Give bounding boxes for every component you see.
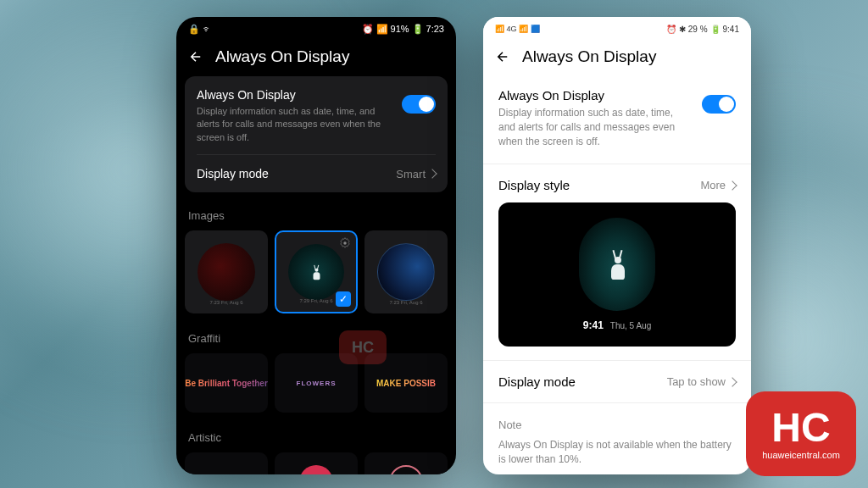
graffiti-tile-1[interactable]: Be Brilliant Together	[185, 353, 268, 413]
graffiti-section-label: Graffiti	[185, 327, 448, 353]
display-style-row[interactable]: Display style More	[498, 168, 736, 202]
signal-icon: 📶	[376, 24, 388, 35]
chevron-right-icon	[427, 169, 437, 179]
battery-icon-light: 🔋	[710, 25, 721, 34]
image-tile-2-selected[interactable]: 7:29 Fri, Aug 6 ✓	[275, 230, 358, 313]
display-mode-value-light: Tap to show	[667, 375, 726, 388]
status-bar-light: 📶 4G 📶 🟦 ⏰ ✱ 29 % 🔋 9:41	[483, 17, 751, 41]
watermark-badge: HC	[339, 330, 387, 364]
chevron-right-icon	[727, 377, 737, 386]
aod-toggle-title: Always On Display	[197, 88, 392, 102]
display-style-value: More	[700, 179, 726, 191]
aod-toggle-desc-light: Display information such as date, time, …	[498, 106, 692, 148]
tile-caption: 7:23 Fri, Aug 6	[209, 300, 242, 305]
status-time-light: 9:41	[723, 25, 739, 34]
preview-date: Thu, 5 Aug	[610, 321, 651, 330]
aod-toggle-light[interactable]	[702, 95, 736, 114]
header-light: Always On Display	[483, 41, 751, 76]
battery-percent: 91%	[391, 24, 409, 34]
status-time: 7:23	[426, 24, 444, 34]
logo-badge: HC huaweicentral.com	[746, 391, 856, 476]
phone-dark-frame: 🔒 ᯤ ⏰ 📶 91% 🔋 7:23 Always On Display Alw…	[176, 17, 456, 474]
display-mode-row[interactable]: Display mode Smart	[197, 154, 436, 180]
back-arrow-icon-light[interactable]	[495, 49, 510, 64]
graffiti-text-2: FLOWERS	[297, 380, 337, 387]
logo-text: HC	[771, 408, 830, 448]
artistic-tile-2[interactable]: 07 23	[275, 452, 358, 474]
alarm-icon-light: ⏰	[666, 25, 676, 34]
tile-caption: 7:29 Fri, Aug 6	[299, 298, 332, 303]
display-mode-label: Display mode	[197, 167, 269, 180]
graffiti-text-1: Be Brilliant Together	[185, 379, 268, 388]
images-section-label: Images	[185, 204, 448, 230]
display-mode-row-light[interactable]: Display mode Tap to show	[498, 364, 736, 399]
page-title-light: Always On Display	[522, 47, 656, 66]
graffiti-text-3: MAKE POSSIB	[376, 379, 436, 388]
gear-icon[interactable]	[339, 237, 351, 249]
back-arrow-icon[interactable]	[188, 49, 203, 64]
watermark: HC	[339, 330, 387, 364]
display-mode-label-light: Display mode	[498, 374, 576, 389]
bluetooth-icon: ✱	[679, 25, 686, 34]
page-title: Always On Display	[215, 47, 349, 66]
style-preview[interactable]: 9:41 Thu, 5 Aug	[498, 202, 736, 347]
preview-time: 9:41	[583, 319, 604, 331]
aod-toggle-title-light: Always On Display	[498, 88, 692, 103]
aod-toggle-desc: Display information such as date, time, …	[197, 105, 392, 144]
image-tile-3[interactable]: 7:23 Fri, Aug 6	[364, 230, 448, 313]
settings-card: Always On Display Display information su…	[185, 76, 448, 192]
tile-caption: 7:23 Fri, Aug 6	[389, 300, 422, 305]
deer-artwork	[579, 218, 655, 311]
header-dark: Always On Display	[176, 41, 456, 76]
display-style-label: Display style	[498, 178, 570, 192]
artistic-section-label: Artistic	[185, 426, 448, 452]
artistic-tile-3[interactable]: 07 23	[364, 452, 448, 474]
alarm-icon: ⏰	[362, 24, 374, 35]
note-label: Note	[498, 419, 736, 431]
status-left-icons: 🔒 ᯤ	[188, 24, 212, 35]
note-text: Always On Display is not available when …	[498, 438, 736, 467]
aod-toggle[interactable]	[402, 95, 436, 114]
phone-light-frame: 📶 4G 📶 🟦 ⏰ ✱ 29 % 🔋 9:41 Always On Displ…	[483, 17, 751, 474]
image-tile-1[interactable]: 7:23 Fri, Aug 6	[185, 230, 268, 313]
svg-point-0	[343, 241, 347, 245]
check-icon: ✓	[336, 291, 351, 307]
display-mode-value: Smart	[396, 168, 426, 180]
logo-domain: huaweicentral.com	[762, 450, 840, 460]
battery-icon: 🔋	[412, 24, 424, 35]
status-left-icons-light: 📶 4G 📶 🟦	[495, 25, 540, 33]
chevron-right-icon	[727, 180, 737, 190]
artistic-tile-1[interactable]: 07 23	[185, 452, 268, 474]
battery-percent-light: 29 %	[688, 25, 708, 34]
status-bar-dark: 🔒 ᯤ ⏰ 📶 91% 🔋 7:23	[176, 17, 456, 41]
